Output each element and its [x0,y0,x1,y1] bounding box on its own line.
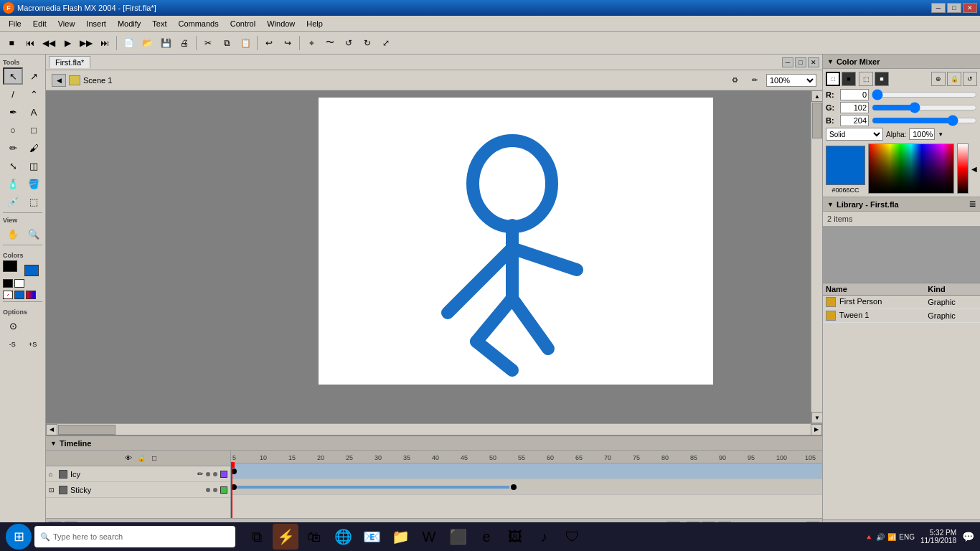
freexform-tool[interactable]: ⤡ [3,157,23,174]
open-button[interactable]: 📂 [138,34,156,52]
expand-button[interactable]: ⤢ [377,34,395,52]
playhead[interactable] [231,463,232,518]
menu-file[interactable]: File [3,18,27,29]
r-slider[interactable] [872,90,977,99]
step-forward-button[interactable]: ▶▶ [77,34,95,52]
save-button[interactable]: 💾 [157,34,174,52]
fill-type-select[interactable]: Solid Linear Radial [826,128,883,141]
text-tool[interactable]: A [24,103,44,121]
scroll-down-btn[interactable]: ▼ [811,412,822,423]
menu-help[interactable]: Help [301,18,329,29]
pencil-tool[interactable]: ✏ [3,139,23,156]
frame-track-icy[interactable] [231,463,822,479]
taskbar-mail[interactable]: 📧 [359,524,385,550]
minimize-button[interactable]: ─ [931,3,946,13]
b-slider[interactable] [872,116,977,125]
library-menu-btn[interactable]: ☰ [969,200,976,208]
menu-control[interactable]: Control [225,18,261,29]
oval-tool[interactable]: ○ [3,121,23,138]
scroll-left-btn[interactable]: ◀ [46,424,57,435]
paint-bucket[interactable]: 🪣 [24,175,44,192]
mixer-btn-2[interactable]: ■ [875,72,889,86]
mixer-btn-5[interactable]: ↺ [963,72,977,86]
smooth-button[interactable]: 〜 [321,34,339,52]
eraser-tool[interactable]: ⬚ [24,193,44,210]
hue-bar[interactable] [957,143,969,194]
scroll-up-btn[interactable]: ▲ [811,90,822,102]
arrow-tool[interactable]: ↖ [3,67,23,85]
doc-close[interactable]: ✕ [808,57,819,67]
layer-eye-icon[interactable]: 👁 [123,453,133,463]
taskbar-network-icon[interactable]: 🔺 [864,533,873,541]
pen-tool[interactable]: ✒ [3,103,23,121]
stage[interactable] [319,98,713,385]
undo-button[interactable]: ↩ [260,34,278,52]
layer-row-icy[interactable]: ⌂ Icy ✏ [46,466,230,482]
alpha-input[interactable] [909,128,935,140]
menu-view[interactable]: View [52,18,81,29]
scene-edit[interactable]: ✏ [746,72,763,89]
stroke-icon[interactable]: ⬚ [826,72,840,86]
scroll-thumb-h[interactable] [58,425,116,435]
taskbar-edge[interactable]: 🌐 [330,524,356,550]
taskbar-minecraft[interactable]: ⬛ [445,524,471,550]
g-slider[interactable] [872,103,977,112]
taskbar-notification[interactable]: 💬 [962,531,974,542]
rotate-ccw[interactable]: ↺ [340,34,357,52]
smooth-btn[interactable]: -S [3,336,22,353]
copy-button[interactable]: ⧉ [218,34,235,52]
canvas-scrollbar-v[interactable]: ▲ ▼ [811,90,822,423]
taskbar-itunes[interactable]: ♪ [531,524,557,550]
g-input[interactable] [840,102,869,113]
eyedropper-tool[interactable]: 💉 [3,193,23,210]
start-button[interactable]: ⊞ [6,524,32,550]
taskbar-flash[interactable]: ⚡ [273,524,298,550]
ink-tool[interactable]: 🧴 [3,175,23,192]
taskbar-antivirus[interactable]: 🛡 [560,524,585,550]
r-input[interactable] [840,89,869,100]
layer-row-sticky[interactable]: ⊡ Sticky [46,482,230,498]
rotate-cw[interactable]: ↻ [359,34,376,52]
menu-insert[interactable]: Insert [80,18,112,29]
snap-to-objects[interactable]: ⊙ [3,317,23,334]
scene-back[interactable]: ◀ [52,74,66,87]
paste-button[interactable]: 📋 [237,34,254,52]
layer-outline-icon[interactable]: □ [149,453,159,463]
snap-button[interactable]: ⌖ [303,34,320,52]
play-button[interactable]: ▶ [59,34,76,52]
mixer-btn-3[interactable]: ⊕ [931,72,946,86]
cut-button[interactable]: ✂ [199,34,217,52]
taskbar-clock[interactable]: 5:32 PM 11/19/2018 [920,529,956,545]
taskbar-task-view[interactable]: ⧉ [244,524,270,550]
color-spectrum[interactable] [868,143,954,194]
library-expand[interactable]: ▼ [827,201,834,208]
menu-commands[interactable]: Commands [172,18,224,29]
scene-settings[interactable]: ⚙ [726,72,743,89]
taskbar-word[interactable]: W [416,524,442,550]
menu-modify[interactable]: Modify [112,18,146,29]
menu-text[interactable]: Text [146,18,172,29]
timeline-collapse-btn[interactable]: ▼ [50,440,57,447]
default-white[interactable] [14,279,24,288]
rewind-button[interactable]: ⏮ [22,34,39,52]
maximize-button[interactable]: □ [947,3,961,13]
layer-pencil-icon[interactable]: ✏ [197,470,203,478]
taskbar-ie[interactable]: e [473,524,499,550]
stroke-color[interactable] [3,260,17,272]
fill-tool[interactable]: ◫ [24,157,44,174]
library-item-first-person[interactable]: First Person Graphic [823,296,980,309]
color-mixer-header[interactable]: ▼ Color Mixer [823,55,980,69]
fast-forward-button[interactable]: ⏭ [96,34,113,52]
doc-tab[interactable]: First.fla* [49,56,90,68]
taskbar-store[interactable]: 🛍 [301,524,327,550]
taskbar-volume-icon[interactable]: 🔊 [876,533,885,541]
redo-button[interactable]: ↪ [279,34,296,52]
alpha-dropdown[interactable]: ▼ [938,131,943,138]
default-black[interactable] [3,279,13,288]
new-button[interactable]: 📄 [120,34,137,52]
scroll-right-btn[interactable]: ▶ [811,424,822,435]
fill-icon[interactable]: ■ [842,72,856,86]
menu-window[interactable]: Window [261,18,301,29]
brush-tool[interactable]: 🖌 [24,139,44,156]
taskbar-explorer[interactable]: 📁 [387,524,413,550]
